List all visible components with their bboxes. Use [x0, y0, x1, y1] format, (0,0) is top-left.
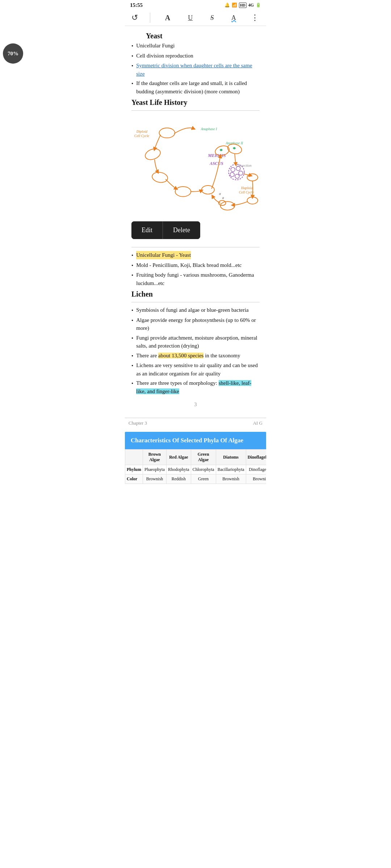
svg-text:α: α [219, 192, 221, 196]
table-cell: Brownish [216, 475, 246, 484]
algae-table-header: Characteristics Of Selected Phyla Of Alg… [125, 432, 266, 449]
table-cell: Chlorophyta [191, 465, 216, 475]
chapter-footer: Chapter 3 AI G [125, 418, 266, 428]
edit-delete-toolbar: Edit Delete [131, 221, 200, 239]
list-item: Symmetric division when daughter cells a… [131, 61, 260, 78]
table-cell: Bacillariophyta [216, 465, 246, 475]
list-item: There are three types of morphology: she… [131, 379, 260, 395]
page-number: 3 [131, 402, 260, 408]
status-icons: 🔔 📶 HD 4G 🔋 [224, 3, 261, 8]
divider [131, 110, 260, 111]
svg-text:Haploid: Haploid [241, 186, 253, 190]
bullet-text: Lichens are very sensitive to air qualit… [136, 361, 260, 378]
bullet-text: Fruiting body fungi - various mushrooms,… [136, 271, 260, 287]
svg-text:a: a [222, 196, 224, 200]
yeast-bullets: Unicellular Fungi Cell division reproduc… [131, 42, 260, 95]
row-label-phylum: Phylum [125, 465, 143, 475]
morphology-types-highlight: shell-like, leaf-like, and finger-like [136, 380, 251, 394]
svg-point-18 [235, 174, 239, 179]
table-cell: Phaeophyta [143, 465, 167, 475]
svg-text:Cell Cycle: Cell Cycle [239, 190, 254, 194]
bullet-text: There are about 13,500 species in the ta… [136, 352, 240, 360]
notification-icon: 🔔 [224, 3, 230, 8]
svg-text:Anaphase I: Anaphase I [201, 127, 217, 131]
signal-icon: 4G [248, 3, 254, 8]
table-cell: Reddish [167, 475, 191, 484]
list-item: There are about 13,500 species in the ta… [131, 352, 260, 360]
col-header-diatoms: Diatoms [216, 450, 246, 465]
table-cell: Brownish [143, 475, 167, 484]
list-item: Symbiosis of fungi and algae or blue-gre… [131, 306, 260, 315]
svg-text:ASCUS: ASCUS [209, 161, 223, 166]
lichen-title: Lichen [131, 290, 260, 298]
bullet-text: Mold - Penicillium, Koji, Black bread mo… [136, 261, 241, 269]
svg-text:Diploid: Diploid [136, 130, 147, 134]
list-item: Cell division reproduction [131, 52, 260, 60]
list-item: Unicellular Fungi [131, 42, 260, 50]
svg-point-17 [239, 171, 243, 175]
table-cell: Rhodophyta [167, 465, 191, 475]
page-content: Yeast Unicellular Fungi Cell division re… [125, 26, 266, 418]
algae-table-section: Characteristics Of Selected Phyla Of Alg… [125, 432, 266, 484]
list-item: Mold - Penicillium, Koji, Black bread mo… [131, 261, 260, 270]
divider [131, 302, 260, 302]
svg-point-23 [247, 197, 258, 204]
hd-icon: HD [239, 3, 247, 8]
svg-point-24 [220, 201, 235, 210]
list-item: Unicellular Fungi - Yeast [131, 251, 260, 260]
svg-point-19 [230, 173, 234, 177]
ai-label: AI G [253, 420, 262, 426]
list-item: Algae provide energy for photosynthesis … [131, 316, 260, 332]
symmetric-division-text: Symmetric division when daughter cells a… [136, 61, 260, 78]
svg-text:Dissection: Dissection [236, 163, 252, 167]
svg-point-15 [231, 167, 235, 172]
algae-table: Brown Algae Red Algae Green Algae Diatom… [125, 449, 266, 484]
wave-underline-button[interactable]: A [228, 13, 239, 22]
wifi-icon: 📶 [232, 3, 237, 8]
list-item: Lichens are very sensitive to air qualit… [131, 361, 260, 378]
col-header-dino: Dinoflagellates [246, 450, 266, 465]
svg-text:Cell Cycle: Cell Cycle [134, 134, 150, 138]
svg-text:MEIOSIS: MEIOSIS [207, 153, 226, 158]
unicellular-fungi-yeast-text: Unicellular Fungi - Yeast [136, 251, 191, 259]
table-cell: Brownish [246, 475, 266, 484]
yeast-life-cycle-diagram: Diploid Cell Cycle Anaphase I Anaphase I… [131, 114, 260, 217]
list-item: Fruiting body fungi - various mushrooms,… [131, 271, 260, 287]
strikethrough-button[interactable]: S [207, 13, 216, 22]
delete-button[interactable]: Delete [163, 221, 200, 239]
status-bar: 15:55 🔔 📶 HD 4G 🔋 [125, 0, 266, 10]
svg-point-4 [151, 171, 168, 184]
table-header-row: Brown Algae Red Algae Green Algae Diatom… [125, 450, 266, 465]
yeast-life-history-title: Yeast Life History [131, 98, 260, 107]
col-header-blank [125, 450, 143, 465]
status-time: 15:55 [130, 2, 143, 8]
col-header-red: Red Algae [167, 450, 191, 465]
underline-button[interactable]: U [185, 13, 196, 22]
list-item: If the daughter cells are large and smal… [131, 79, 260, 95]
bold-button[interactable]: A [162, 13, 173, 23]
row-label-color: Color [125, 475, 143, 484]
lichen-bullets: Symbiosis of fungi and algae or blue-gre… [131, 306, 260, 395]
svg-point-2 [159, 128, 175, 138]
bullet-text: Cell division reproduction [136, 52, 193, 60]
species-count-highlight: about 13,500 species [158, 353, 203, 358]
bullet-text: If the daughter cells are large and smal… [136, 79, 260, 95]
chapter-label: Chapter 3 [129, 420, 147, 426]
toolbar-divider [150, 13, 150, 23]
edit-button[interactable]: Edit [131, 221, 163, 239]
col-header-green: Green Algae [191, 450, 216, 465]
bullet-text: Algae provide energy for photosynthesis … [136, 316, 260, 332]
bullet-text: Unicellular Fungi [136, 42, 175, 50]
undo-button[interactable]: ↺ [131, 13, 138, 22]
table-cell: Green [191, 475, 216, 484]
bullet-text: Symbiosis of fungi and algae or blue-gre… [136, 306, 248, 314]
more-options-button[interactable]: ⋮ [251, 13, 260, 22]
yeast-title: Yeast [131, 32, 260, 40]
col-header-brown: Brown Algae [143, 450, 167, 465]
list-item: Fungi provide attachment, moisture absor… [131, 334, 260, 350]
svg-point-5 [175, 187, 191, 197]
divider [131, 247, 260, 247]
battery-icon: 🔋 [256, 3, 261, 8]
svg-point-3 [144, 147, 162, 162]
table-cell: Dinoflagellata [246, 465, 266, 475]
